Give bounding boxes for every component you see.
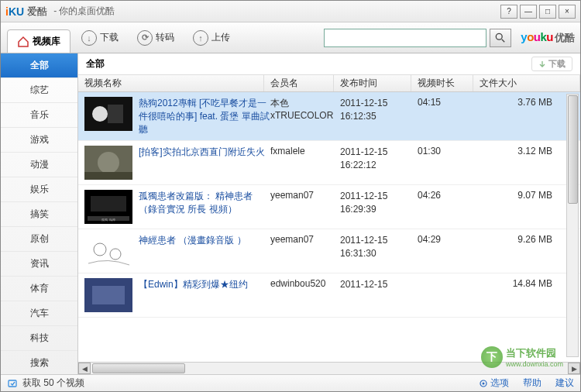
video-thumbnail: 孤獨 精神 <box>84 190 132 224</box>
video-size: 14.84 MB <box>480 278 574 289</box>
table-row[interactable]: 神經患者 （漫畫錄音版 ）yeeman072011-12-1516:31:300… <box>78 229 580 273</box>
sidebar-item-9[interactable]: 体育 <box>1 277 77 301</box>
download-icon: ↓ <box>81 30 97 46</box>
video-duration: 04:29 <box>418 234 480 245</box>
video-duration: 04:15 <box>418 97 480 108</box>
video-title: 神經患者 （漫畫錄音版 ） <box>139 234 270 247</box>
home-icon <box>17 36 29 48</box>
statusbar: 获取 50 个视频 选项 帮助 建议 <box>1 374 580 391</box>
vertical-scrollbar[interactable] <box>566 94 579 357</box>
table-row[interactable]: [拍客]实拍北京西直门附近失火fxmalele2011-12-1516:22:1… <box>78 141 580 185</box>
transcode-button[interactable]: ⟳ 转码 <box>129 27 182 49</box>
video-list: 熱狗2012專輯 [不吃早餐才是一件很嘻哈的事] feat. 蛋堡 單曲試聽本色… <box>78 92 580 362</box>
video-time: 2011-12-1516:31:30 <box>340 234 418 260</box>
svg-rect-4 <box>108 105 123 123</box>
suggest-link[interactable]: 建议 <box>555 377 574 390</box>
youku-logo: youku优酷 <box>521 30 574 45</box>
upload-icon: ↑ <box>193 30 208 46</box>
sidebar-item-8[interactable]: 资讯 <box>1 252 77 277</box>
maximize-button[interactable]: □ <box>539 5 556 19</box>
svg-point-3 <box>92 106 108 122</box>
video-thumbnail <box>84 97 132 131</box>
app-name-cn: 爱酷 <box>27 5 47 19</box>
search-input[interactable] <box>324 29 486 47</box>
col-name[interactable]: 视频名称 <box>78 75 264 91</box>
video-time: 2011-12-1516:29:39 <box>340 190 418 216</box>
table-row[interactable]: 熱狗2012專輯 [不吃早餐才是一件很嘻哈的事] feat. 蛋堡 單曲試聽本色… <box>78 92 580 141</box>
help-button[interactable]: ? <box>500 5 517 19</box>
sidebar-item-2[interactable]: 音乐 <box>1 103 77 128</box>
tab-video-library[interactable]: 视频库 <box>7 29 70 53</box>
svg-text:孤獨 精神: 孤獨 精神 <box>101 218 115 222</box>
transcode-icon: ⟳ <box>137 30 153 46</box>
titlebar: iKU 爱酷 - 你的桌面优酷 ? — □ × <box>1 1 580 22</box>
close-button[interactable]: × <box>559 5 576 19</box>
video-title: 孤獨患者改篇版： 精神患者 （錄音實況 所長 視頻） <box>139 190 270 216</box>
toolbar: 视频库 ↓ 下载 ⟳ 转码 ↑ 上传 youku优酷 <box>1 22 580 53</box>
status-icon <box>7 378 18 389</box>
col-time[interactable]: 发布时间 <box>334 75 411 91</box>
video-title: 【Edwin】精彩到爆★纽约 <box>139 278 270 291</box>
gear-icon <box>479 379 488 388</box>
video-member: 本色xTRUECOLOR <box>270 97 340 121</box>
sidebar-item-12[interactable]: 搜索 <box>1 351 77 374</box>
svg-rect-16 <box>92 286 125 304</box>
app-logo: iKU <box>5 5 24 18</box>
col-duration[interactable]: 视频时长 <box>411 75 473 91</box>
video-title: 熱狗2012專輯 [不吃早餐才是一件很嘻哈的事] feat. 蛋堡 單曲試聽 <box>139 97 270 136</box>
download-small-icon <box>538 60 546 68</box>
horizontal-scrollbar[interactable]: ◀ ▶ <box>78 362 580 374</box>
video-thumbnail <box>84 146 132 180</box>
svg-line-1 <box>502 39 505 42</box>
help-link[interactable]: 帮助 <box>523 377 541 390</box>
sidebar: 全部综艺音乐游戏动漫娱乐搞笑原创资讯体育汽车科技搜索 <box>1 53 78 374</box>
sidebar-item-11[interactable]: 科技 <box>1 326 77 351</box>
video-duration: 01:30 <box>418 146 480 156</box>
scroll-thumb[interactable] <box>92 363 185 373</box>
sidebar-item-5[interactable]: 娱乐 <box>1 177 77 202</box>
video-member: yeeman07 <box>270 234 340 245</box>
sidebar-item-1[interactable]: 综艺 <box>1 78 77 103</box>
sidebar-item-4[interactable]: 动漫 <box>1 153 77 177</box>
video-title: [拍客]实拍北京西直门附近失火 <box>139 146 270 159</box>
col-member[interactable]: 会员名 <box>264 75 334 91</box>
video-thumbnail <box>84 234 132 268</box>
upload-button[interactable]: ↑ 上传 <box>185 27 238 49</box>
sidebar-item-6[interactable]: 搞笑 <box>1 202 77 227</box>
status-text: 获取 50 个视频 <box>22 377 84 390</box>
video-size: 3.12 MB <box>480 146 574 156</box>
download-button[interactable]: ↓ 下载 <box>74 27 126 49</box>
svg-point-6 <box>98 152 119 174</box>
video-size: 9.07 MB <box>480 190 574 201</box>
content-header: 全部 下载 <box>78 53 580 75</box>
svg-rect-7 <box>84 172 132 180</box>
table-row[interactable]: 孤獨 精神孤獨患者改篇版： 精神患者 （錄音實況 所長 視頻）yeeman072… <box>78 185 580 229</box>
video-time: 2011-12-1516:22:12 <box>340 146 418 172</box>
scroll-left-arrow[interactable]: ◀ <box>78 363 91 374</box>
sidebar-item-7[interactable]: 原创 <box>1 227 77 252</box>
content-pane: 全部 下载 视频名称 会员名 发布时间 视频时长 文件大小 熱狗2012專輯 [… <box>78 53 580 374</box>
video-time: 2011-12-15 <box>340 278 418 291</box>
svg-rect-12 <box>84 234 132 268</box>
sidebar-item-3[interactable]: 游戏 <box>1 128 77 153</box>
vscroll-thumb[interactable] <box>568 95 578 204</box>
video-time: 2011-12-1516:12:35 <box>340 97 418 123</box>
svg-point-19 <box>483 382 485 384</box>
app-subtitle: - 你的桌面优酷 <box>53 5 115 18</box>
minimize-button[interactable]: — <box>520 5 537 19</box>
video-member: yeeman07 <box>270 190 340 201</box>
search-button[interactable] <box>490 29 511 47</box>
col-size[interactable]: 文件大小 <box>473 75 580 91</box>
video-thumbnail <box>84 278 132 312</box>
options-link[interactable]: 选项 <box>479 377 509 390</box>
download-top-button[interactable]: 下载 <box>531 57 572 71</box>
video-member: fxmalele <box>270 146 340 156</box>
video-size: 3.76 MB <box>480 97 574 108</box>
column-header: 视频名称 会员名 发布时间 视频时长 文件大小 <box>78 75 580 92</box>
svg-point-0 <box>497 33 503 40</box>
sidebar-item-10[interactable]: 汽车 <box>1 301 77 326</box>
scroll-right-arrow[interactable]: ▶ <box>568 363 580 374</box>
table-row[interactable]: 【Edwin】精彩到爆★纽约edwinbou5202011-12-1514.84… <box>78 273 580 318</box>
sidebar-item-0[interactable]: 全部 <box>1 53 77 78</box>
video-duration: 04:26 <box>418 190 480 201</box>
